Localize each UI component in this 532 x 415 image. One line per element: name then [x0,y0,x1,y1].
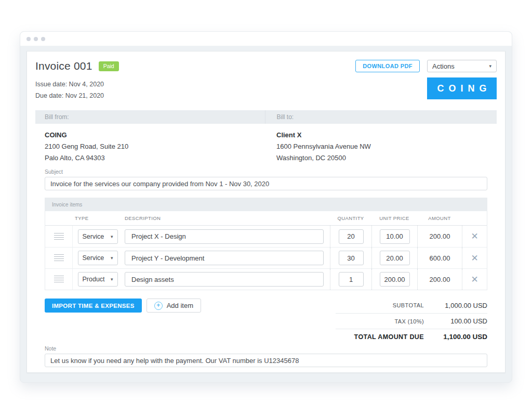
item-unit-price-input[interactable] [380,272,410,287]
subject-field-group: Subject [45,168,487,190]
delete-item-icon[interactable]: ✕ [471,254,478,263]
window-control-dot[interactable] [26,37,31,41]
item-quantity-input[interactable] [339,251,364,265]
window-titlebar [20,32,512,46]
status-badge: Paid [99,61,119,71]
tax-row: TAX (10%) 100.00 USD [336,313,487,329]
column-header-amount: AMOUNT [417,215,462,221]
item-type-value: Product [83,276,105,283]
column-header-unit-price: UNIT PRICE [371,215,417,221]
invoice-items-table: TYPE DESCRIPTION QUANTITY UNIT PRICE AMO… [45,211,487,290]
column-header-quantity: QUANTITY [330,215,371,221]
bill-to-line2: Washington, DC 20500 [276,152,497,164]
table-row: Product ▾ 200.00 ✕ [45,268,487,290]
item-type-select[interactable]: Product ▾ [78,272,118,287]
items-table-header: TYPE DESCRIPTION QUANTITY UNIT PRICE AMO… [45,211,487,226]
item-quantity-input[interactable] [339,272,364,287]
totals-block: SUBTOTAL 1,000.00 USD TAX (10%) 100.00 U… [336,297,487,344]
bill-from-line2: Palo Alto, CA 94303 [45,152,265,164]
note-input[interactable] [45,354,487,367]
bill-from-address: COING 2100 Geng Road, Suite 210 Palo Alt… [35,129,265,164]
drag-handle-icon[interactable] [54,276,64,283]
download-pdf-button[interactable]: DOWNLOAD PDF [355,60,420,72]
item-description-input[interactable] [125,251,324,265]
tax-label: TAX (10%) [394,318,424,325]
item-amount: 200.00 [430,276,450,283]
item-type-value: Service [83,233,104,240]
add-item-button[interactable]: + Add item [147,299,201,313]
import-time-expenses-button[interactable]: IMPORT TIME & EXPENSES [45,299,142,313]
note-field-group: Note [45,345,487,367]
bill-from-name: COING [45,129,265,141]
window-control-dot[interactable] [41,37,45,41]
subtotal-value: 1,000.00 USD [424,302,487,309]
total-amount-due-value: 1,100.00 USD [424,333,487,341]
item-description-input[interactable] [125,229,324,244]
add-plus-icon: + [154,302,163,310]
billing-addresses: COING 2100 Geng Road, Suite 210 Palo Alt… [35,129,497,164]
item-description-input[interactable] [125,272,324,287]
issue-date: Issue date: Nov 4, 2020 [35,79,119,90]
drag-handle-icon[interactable] [54,233,64,240]
actions-dropdown-label: Actions [432,62,455,70]
item-type-value: Service [83,254,104,262]
total-amount-due-row: TOTAL AMOUNT DUE 1,100.00 USD [336,329,487,344]
invoice-header: Invoice 001 Paid Issue date: Nov 4, 2020… [35,60,497,101]
column-header-description: DESCRIPTION [123,215,330,221]
delete-item-icon[interactable]: ✕ [471,232,478,241]
table-footer-row: IMPORT TIME & EXPENSES + Add item SUBTOT… [45,297,487,344]
bill-from-line1: 2100 Geng Road, Suite 210 [45,141,265,152]
bill-to-address: Client X 1600 Pennsylvania Avenue NW Was… [265,129,497,164]
subtotal-row: SUBTOTAL 1,000.00 USD [336,297,487,313]
delete-item-icon[interactable]: ✕ [471,275,478,284]
total-amount-due-label: TOTAL AMOUNT DUE [354,333,424,341]
chevron-down-icon: ▾ [111,277,113,282]
table-row: Service ▾ 200.00 ✕ [45,226,487,247]
browser-window: Invoice 001 Paid Issue date: Nov 4, 2020… [20,31,512,383]
drag-handle-icon[interactable] [54,254,64,262]
item-quantity-input[interactable] [339,229,364,244]
item-amount: 600.00 [430,254,450,262]
invoice-items-section: Invoice items TYPE DESCRIPTION QUANTITY … [45,198,487,290]
note-label: Note [45,345,487,352]
subject-input[interactable] [45,177,487,190]
add-item-label: Add item [167,302,193,309]
invoice-header-left: Invoice 001 Paid Issue date: Nov 4, 2020… [35,60,119,101]
chevron-down-icon: ▾ [111,255,113,261]
chevron-down-icon: ▾ [111,234,113,239]
column-header-type: TYPE [73,215,123,221]
due-date: Due date: Nov 21, 2020 [35,90,119,101]
item-unit-price-input[interactable] [380,251,410,265]
invoice-card: Invoice 001 Paid Issue date: Nov 4, 2020… [26,51,506,373]
invoice-header-right: DOWNLOAD PDF Actions ▾ COING [355,60,497,101]
subtotal-label: SUBTOTAL [393,302,424,308]
item-unit-price-input[interactable] [380,229,410,244]
company-logo: COING [427,77,497,99]
actions-dropdown[interactable]: Actions ▾ [427,60,497,72]
bill-to-line1: 1600 Pennsylvania Avenue NW [276,141,497,152]
window-control-dot[interactable] [34,37,38,41]
billing-header-bar: Bill from: Bill to: [35,110,497,124]
item-type-select[interactable]: Service ▾ [78,251,118,265]
bill-to-name: Client X [276,129,497,141]
page-title: Invoice 001 [35,60,92,72]
item-type-select[interactable]: Service ▾ [78,229,118,244]
chevron-down-icon: ▾ [489,63,491,69]
invoice-items-header-bar: Invoice items [45,198,487,211]
table-row: Service ▾ 600.00 ✕ [45,247,487,268]
tax-value: 100.00 USD [424,317,487,325]
item-amount: 200.00 [430,232,450,240]
bill-from-header: Bill from: [35,110,265,124]
subject-label: Subject [45,168,487,175]
bill-to-header: Bill to: [265,110,497,124]
